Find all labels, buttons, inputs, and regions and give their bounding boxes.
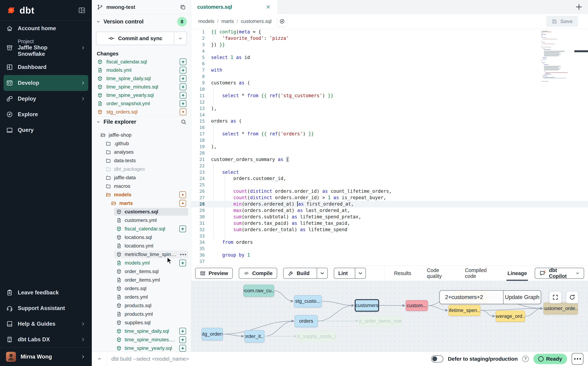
- file-tree-item-supplies-sql[interactable]: supplies.sql: [92, 318, 191, 327]
- lineage-node-lifetime[interactable]: lifetime_spen...: [448, 305, 480, 316]
- stage-plus-icon[interactable]: +: [179, 328, 186, 335]
- change-item-order-snapshot-yml[interactable]: order_snapshot.yml+: [92, 99, 191, 108]
- stage-plus-icon[interactable]: +: [180, 67, 186, 74]
- file-tree-item-marts[interactable]: marts: [92, 199, 191, 207]
- copy-icon[interactable]: [180, 4, 186, 10]
- sidebar-item-account-home[interactable]: Account home: [0, 21, 92, 36]
- file-tree-item-dbt-packages[interactable]: dbt_packages: [92, 165, 191, 173]
- sidebar-item-support-assistant[interactable]: Support Assistant: [0, 300, 92, 316]
- tab-results[interactable]: Results: [394, 266, 411, 281]
- new-tab-button[interactable]: [574, 2, 583, 11]
- code-line-11[interactable]: 11 select * from {{ ref('stg_customers')…: [191, 92, 588, 99]
- file-explorer-header[interactable]: File explorer: [92, 119, 191, 125]
- tab-customers-sql[interactable]: customers.sql: [191, 0, 277, 14]
- code-line-14[interactable]: 14: [191, 112, 588, 118]
- stage-plus-icon[interactable]: +: [180, 75, 186, 82]
- lineage-node-ecom[interactable]: ecom.raw_cu...: [243, 285, 274, 297]
- code-line-3[interactable]: 3}) }}: [191, 42, 588, 48]
- help-icon[interactable]: ?: [522, 356, 529, 362]
- file-tree-item-order-items-yml[interactable]: order_items.yml: [92, 276, 191, 284]
- more-options-button[interactable]: [572, 353, 583, 365]
- change-item-stg-orders-sql[interactable]: stg_orders.sql: [92, 108, 191, 116]
- defer-toggle[interactable]: [431, 355, 443, 362]
- code-line-7[interactable]: 7with: [191, 67, 588, 73]
- code-line-13[interactable]: 13),: [191, 105, 588, 112]
- lineage-node-custom_pink[interactable]: custom...: [406, 300, 428, 311]
- breadcrumb-models[interactable]: models: [198, 18, 214, 24]
- dbt-copilot-button[interactable]: dbt Copilot: [535, 268, 584, 279]
- sidebar-item-deploy[interactable]: Deploy: [0, 91, 92, 107]
- stage-plus-icon[interactable]: +: [180, 100, 186, 107]
- lineage-node-customer_orde[interactable]: customer_orde...: [543, 303, 578, 314]
- file-tree-item-customers-sql[interactable]: customers.sql: [92, 207, 191, 216]
- tab-compiled-code[interactable]: Compiled code: [465, 266, 492, 281]
- version-control-header[interactable]: Version control 8: [92, 17, 191, 26]
- file-tree-item-orders-sql[interactable]: orders.sql: [92, 284, 191, 293]
- command-input[interactable]: dbt build --select <model_name>: [107, 356, 189, 362]
- fullscreen-button[interactable]: [549, 291, 562, 304]
- collapse-command-bar-button[interactable]: [92, 352, 107, 366]
- change-item-time-spine-minutes-sql[interactable]: time_spine_minutes.sql+: [92, 83, 191, 91]
- commit-and-sync-button[interactable]: Commit and sync: [96, 32, 187, 45]
- change-item-fiscal-calendar-sql[interactable]: fiscal_calendar.sql+: [92, 58, 191, 66]
- search-icon[interactable]: [180, 119, 187, 125]
- scrollbar-thumb[interactable]: [574, 50, 588, 52]
- file-tree-item-github[interactable]: .github: [92, 139, 191, 148]
- file-tree-item-analyses[interactable]: analyses: [92, 148, 191, 156]
- modified-dot-icon[interactable]: [180, 108, 186, 115]
- code-line-33[interactable]: 33: [191, 233, 588, 239]
- code-line-10[interactable]: 10: [191, 86, 588, 92]
- code-line-24[interactable]: 24 orders.customer_id,: [191, 175, 588, 182]
- stage-plus-icon[interactable]: +: [180, 84, 186, 90]
- code-line-12[interactable]: 12: [191, 99, 588, 105]
- lineage-node-orders[interactable]: orders: [295, 315, 318, 327]
- code-line-20[interactable]: 20: [191, 150, 588, 156]
- code-line-15[interactable]: 15orders as (: [191, 118, 588, 124]
- file-tree-item-time-spine-yearly-sql[interactable]: time_spine_yearly.sql+: [92, 344, 191, 352]
- lineage-node-test_order_items[interactable]: test_order_items_com...: [359, 315, 402, 327]
- sidebar-item-query[interactable]: Query: [0, 122, 92, 138]
- sidebar-item-explore[interactable]: Explore: [0, 107, 92, 122]
- file-tree-item-jaffle-data[interactable]: jaffle-data: [92, 173, 191, 182]
- preview-button[interactable]: Preview: [195, 268, 233, 279]
- code-line-34[interactable]: 34 from orders: [191, 239, 588, 245]
- more-actions-icon[interactable]: [180, 254, 186, 255]
- lineage-node-stg_orders[interactable]: stg_orders: [202, 328, 223, 340]
- build-button[interactable]: Build: [283, 268, 328, 279]
- code-line-27[interactable]: 27 count(distinct orders.order_id) > 1 a…: [191, 195, 588, 201]
- file-tree-item-orders-yml[interactable]: orders.yml: [92, 293, 191, 301]
- file-tree-item-macros[interactable]: macros: [92, 182, 191, 191]
- stage-plus-icon[interactable]: +: [179, 345, 186, 352]
- file-tree-item-time-spine-daily-sql[interactable]: time_spine_daily.sql+: [92, 327, 191, 336]
- file-tree-item-models-yml[interactable]: models.yml+: [92, 259, 191, 267]
- sidebar-item-dashboard[interactable]: Dashboard: [0, 59, 92, 75]
- code-line-22[interactable]: 22: [191, 163, 588, 169]
- code-line-23[interactable]: 23 select: [191, 169, 588, 175]
- commit-options-button[interactable]: [174, 32, 186, 45]
- build-options-button[interactable]: [317, 268, 327, 278]
- close-tab-icon[interactable]: [265, 4, 271, 10]
- file-tree-item-metricflow-time-spine-sql[interactable]: metricflow_time_spine.sql: [92, 250, 191, 259]
- code-line-35[interactable]: 35: [191, 245, 588, 252]
- save-button[interactable]: Save: [546, 16, 578, 27]
- breadcrumb-file[interactable]: customers.sql: [241, 18, 272, 24]
- file-tree-item-locations-sql[interactable]: locations.sql: [92, 233, 191, 242]
- sidebar-item-project[interactable]: ProjectJaffle Shop Snowflake: [0, 36, 92, 59]
- code-line-29[interactable]: 29 max(orders.ordered_at) as last_ordere…: [191, 207, 588, 214]
- code-editor[interactable]: 1{{ config(meta = {2 'favorite_food': 'p…: [191, 29, 588, 266]
- lineage-node-test_supply[interactable]: test_supply_costs_s...: [297, 330, 335, 342]
- lint-button[interactable]: Lint: [334, 268, 366, 279]
- lineage-selector-value[interactable]: 2+customers+2: [440, 294, 503, 300]
- code-line-19[interactable]: 19),: [191, 144, 588, 150]
- lineage-graph[interactable]: ecom.raw_cu...stg_custo...customerscusto…: [191, 281, 588, 352]
- lint-options-button[interactable]: [355, 268, 365, 278]
- lineage-node-stg_custo[interactable]: stg_custo...: [294, 295, 322, 307]
- code-line-16[interactable]: 16: [191, 124, 588, 131]
- file-tree-item-order-items-sql[interactable]: order_items.sql: [92, 267, 191, 276]
- collapse-sidebar-icon[interactable]: [78, 6, 86, 14]
- code-line-28[interactable]: 28 min(orders.ordered_at) as first_order…: [191, 201, 588, 207]
- sidebar-item-dbt-labs-dx[interactable]: dbt Labs DX: [0, 332, 92, 347]
- tab-code-quality[interactable]: Code quality: [427, 266, 449, 281]
- change-item-time-spine-daily-sql[interactable]: time_spine_daily.sql+: [92, 74, 191, 83]
- change-item-time-spine-yearly-sql[interactable]: time_spine_yearly.sql+: [92, 91, 191, 99]
